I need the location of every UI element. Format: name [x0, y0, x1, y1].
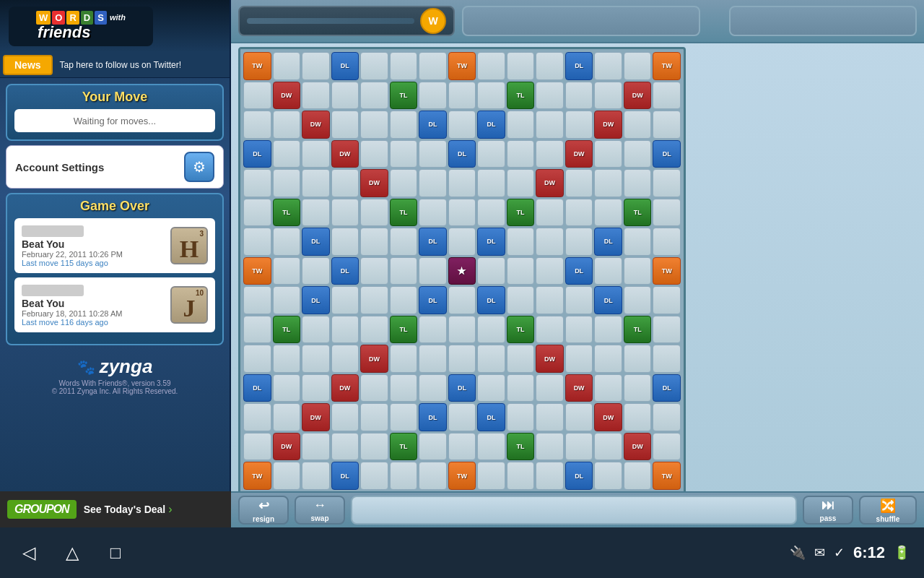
board-cell-5-1[interactable]: TL	[273, 199, 301, 227]
resign-button[interactable]: ↩ resign	[238, 496, 289, 525]
board-cell-10-0[interactable]	[243, 345, 271, 373]
board-cell-6-13[interactable]	[624, 228, 652, 256]
board-cell-8-5[interactable]	[390, 286, 418, 314]
board-cell-2-2[interactable]: DW	[302, 111, 330, 139]
board-cell-2-0[interactable]	[243, 111, 271, 139]
board-cell-12-11[interactable]	[565, 403, 593, 431]
game-last-move-2[interactable]: Last move 116 days ago	[22, 318, 163, 327]
board-cell-5-7[interactable]	[448, 199, 476, 227]
board-cell-9-9[interactable]: TL	[507, 316, 535, 344]
board-cell-1-1[interactable]: DW	[273, 82, 301, 110]
board-cell-1-11[interactable]	[565, 82, 593, 110]
board-cell-9-12[interactable]	[594, 316, 622, 344]
board-cell-9-8[interactable]	[477, 316, 505, 344]
board-cell-5-14[interactable]	[653, 199, 681, 227]
board-cell-6-3[interactable]	[331, 228, 359, 256]
board-cell-5-10[interactable]	[536, 199, 564, 227]
board-cell-1-14[interactable]	[653, 82, 681, 110]
board-cell-7-4[interactable]	[360, 257, 388, 285]
board-cell-5-12[interactable]	[594, 199, 622, 227]
board-cell-5-9[interactable]: TL	[507, 199, 535, 227]
board-cell-6-1[interactable]	[273, 228, 301, 256]
board-cell-2-14[interactable]	[653, 111, 681, 139]
board-cell-9-3[interactable]	[331, 316, 359, 344]
board-cell-1-5[interactable]: TL	[390, 82, 418, 110]
board-cell-6-5[interactable]	[390, 228, 418, 256]
board-cell-0-2[interactable]	[302, 52, 330, 80]
board-cell-2-5[interactable]	[390, 111, 418, 139]
board-cell-10-10[interactable]: DW	[536, 345, 564, 373]
board-cell-10-9[interactable]	[507, 345, 535, 373]
board-cell-0-10[interactable]	[536, 52, 564, 80]
board-cell-12-2[interactable]: DW	[302, 403, 330, 431]
board-cell-12-5[interactable]	[390, 403, 418, 431]
shuffle-button[interactable]: 🔀 shuffle	[859, 496, 917, 525]
board-cell-4-11[interactable]	[565, 169, 593, 197]
board-cell-0-7[interactable]: TW	[448, 52, 476, 80]
board-cell-1-12[interactable]	[594, 82, 622, 110]
board-cell-0-12[interactable]	[594, 52, 622, 80]
board-cell-3-2[interactable]	[302, 140, 330, 168]
board-cell-8-9[interactable]	[507, 286, 535, 314]
board-cell-10-1[interactable]	[273, 345, 301, 373]
board-cell-10-6[interactable]	[419, 345, 447, 373]
board-cell-7-3[interactable]: DL	[331, 257, 359, 285]
board-cell-1-7[interactable]	[448, 82, 476, 110]
board-cell-7-14[interactable]: TW	[653, 257, 681, 285]
board-cell-5-0[interactable]	[243, 199, 271, 227]
board-cell-3-9[interactable]	[507, 140, 535, 168]
board-cell-6-14[interactable]	[653, 228, 681, 256]
board-cell-4-12[interactable]	[594, 169, 622, 197]
board-cell-2-9[interactable]	[507, 111, 535, 139]
board-cell-4-0[interactable]	[243, 169, 271, 197]
board-cell-12-4[interactable]	[360, 403, 388, 431]
news-button[interactable]: News	[3, 55, 53, 75]
board-cell-10-2[interactable]	[302, 345, 330, 373]
board-cell-0-5[interactable]	[390, 52, 418, 80]
board-cell-3-4[interactable]	[360, 140, 388, 168]
board-cell-10-13[interactable]	[624, 345, 652, 373]
board-cell-9-10[interactable]	[536, 316, 564, 344]
board-cell-14-2[interactable]	[302, 462, 330, 490]
board-cell-1-0[interactable]	[243, 82, 271, 110]
board-cell-9-14[interactable]	[653, 316, 681, 344]
board-cell-3-11[interactable]: DW	[565, 140, 593, 168]
board-cell-2-10[interactable]	[536, 111, 564, 139]
board-cell-6-11[interactable]	[565, 228, 593, 256]
board-cell-6-2[interactable]: DL	[302, 228, 330, 256]
board-cell-5-3[interactable]	[331, 199, 359, 227]
board-cell-3-3[interactable]: DW	[331, 140, 359, 168]
board-cell-3-13[interactable]	[624, 140, 652, 168]
board-cell-3-8[interactable]	[477, 140, 505, 168]
board-cell-3-10[interactable]	[536, 140, 564, 168]
board-cell-7-6[interactable]	[419, 257, 447, 285]
board-cell-7-5[interactable]	[390, 257, 418, 285]
board-cell-6-7[interactable]	[448, 228, 476, 256]
board-cell-1-2[interactable]	[302, 82, 330, 110]
board-cell-0-13[interactable]	[624, 52, 652, 80]
board-cell-7-2[interactable]	[302, 257, 330, 285]
board-cell-11-4[interactable]	[360, 374, 388, 402]
board-cell-12-10[interactable]	[536, 403, 564, 431]
board-cell-7-13[interactable]	[624, 257, 652, 285]
board-cell-9-6[interactable]	[419, 316, 447, 344]
pass-button[interactable]: ⏭ pass	[803, 496, 853, 525]
board-cell-4-1[interactable]	[273, 169, 301, 197]
board-cell-8-3[interactable]	[331, 286, 359, 314]
board-cell-13-12[interactable]	[594, 433, 622, 461]
board-cell-14-1[interactable]	[273, 462, 301, 490]
swap-button[interactable]: ↔ swap	[295, 496, 345, 525]
board-cell-8-11[interactable]	[565, 286, 593, 314]
board-cell-11-1[interactable]	[273, 374, 301, 402]
board-cell-2-11[interactable]	[565, 111, 593, 139]
board-cell-4-3[interactable]	[331, 169, 359, 197]
board-cell-12-14[interactable]	[653, 403, 681, 431]
board-cell-5-11[interactable]	[565, 199, 593, 227]
board-cell-9-5[interactable]: TL	[390, 316, 418, 344]
board-cell-0-6[interactable]	[419, 52, 447, 80]
board-cell-14-10[interactable]	[536, 462, 564, 490]
board-cell-12-0[interactable]	[243, 403, 271, 431]
board-cell-4-8[interactable]	[477, 169, 505, 197]
board-cell-2-3[interactable]	[331, 111, 359, 139]
nav-home-button[interactable]: △	[58, 538, 87, 567]
